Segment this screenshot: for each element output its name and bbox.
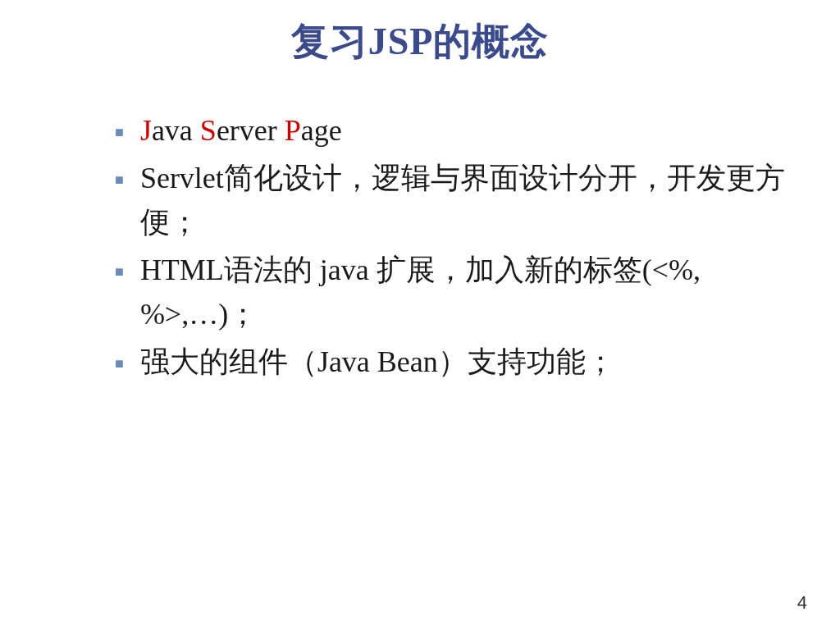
page-number: 4: [797, 592, 807, 614]
text-erver: erver: [217, 114, 285, 147]
bullet-text-javabean: 强大的组件（Java Bean）支持功能；: [140, 340, 791, 384]
red-p: P: [285, 114, 301, 147]
text-ava: ava: [152, 114, 200, 147]
content-area: ■ Java Server Page ■ Servlet简化设计，逻辑与界面设计…: [0, 108, 840, 384]
bullet-marker-icon: ■: [115, 121, 124, 144]
bullet-text-html: HTML语法的 java 扩展，加入新的标签(<%, %>,…)；: [140, 248, 791, 336]
red-j: J: [140, 114, 152, 147]
bullet-item: ■ Servlet简化设计，逻辑与界面设计分开，开发更方便；: [115, 156, 791, 244]
bullet-item: ■ Java Server Page: [115, 108, 791, 153]
bullet-marker-icon: ■: [115, 261, 124, 283]
red-s: S: [200, 114, 217, 147]
bullet-text-jsp: Java Server Page: [140, 108, 791, 153]
text-age: age: [301, 114, 342, 147]
slide-title: 复习JSP的概念: [0, 16, 840, 67]
bullet-marker-icon: ■: [115, 169, 124, 191]
bullet-marker-icon: ■: [115, 353, 124, 375]
slide-container: 复习JSP的概念 ■ Java Server Page ■ Servlet简化设…: [0, 0, 840, 630]
bullet-text-servlet: Servlet简化设计，逻辑与界面设计分开，开发更方便；: [140, 156, 791, 244]
bullet-item: ■ 强大的组件（Java Bean）支持功能；: [115, 340, 791, 384]
bullet-item: ■ HTML语法的 java 扩展，加入新的标签(<%, %>,…)；: [115, 248, 791, 336]
